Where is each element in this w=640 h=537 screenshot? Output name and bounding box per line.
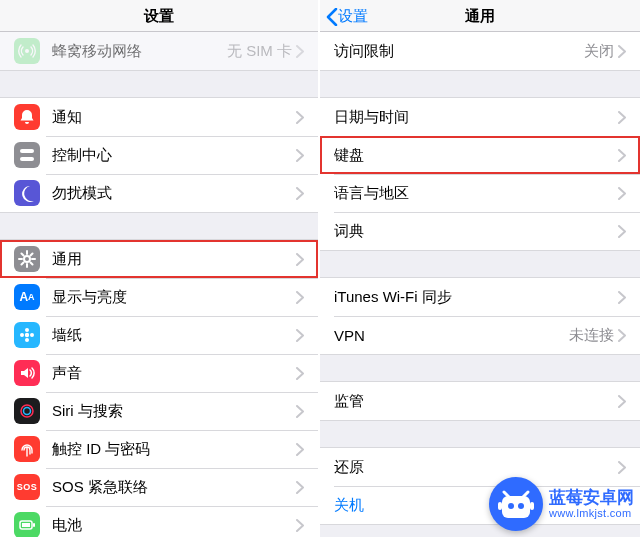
sound-icon bbox=[14, 360, 40, 386]
page-title: 设置 bbox=[0, 7, 318, 26]
row-dictionary[interactable]: 词典 bbox=[320, 212, 640, 250]
row-control-center[interactable]: 控制中心 bbox=[0, 136, 318, 174]
chevron-right-icon bbox=[296, 443, 304, 456]
row-label: 键盘 bbox=[334, 146, 618, 165]
row-label: 显示与亮度 bbox=[52, 288, 296, 307]
row-label: 勿扰模式 bbox=[52, 184, 296, 203]
row-label: 还原 bbox=[334, 458, 618, 477]
settings-group: 日期与时间键盘语言与地区词典 bbox=[320, 97, 640, 251]
chevron-right-icon bbox=[296, 111, 304, 124]
row-value: 关闭 bbox=[584, 42, 614, 61]
chevron-right-icon bbox=[618, 149, 626, 162]
row-sos[interactable]: SOSSOS 紧急联络 bbox=[0, 468, 318, 506]
row-restrictions[interactable]: 访问限制关闭 bbox=[320, 32, 640, 70]
row-general[interactable]: 通用 bbox=[0, 240, 318, 278]
row-cellular[interactable]: 蜂窝移动网络无 SIM 卡 bbox=[0, 32, 318, 70]
row-vpn[interactable]: VPN未连接 bbox=[320, 316, 640, 354]
row-label: 通用 bbox=[52, 250, 296, 269]
row-value: 未连接 bbox=[569, 326, 614, 345]
row-itunes-wifi[interactable]: iTunes Wi-Fi 同步 bbox=[320, 278, 640, 316]
chevron-right-icon bbox=[618, 187, 626, 200]
chevron-right-icon bbox=[296, 291, 304, 304]
chevron-right-icon bbox=[618, 461, 626, 474]
row-label: 通知 bbox=[52, 108, 296, 127]
row-language[interactable]: 语言与地区 bbox=[320, 174, 640, 212]
row-label: 声音 bbox=[52, 364, 296, 383]
row-siri[interactable]: Siri 与搜索 bbox=[0, 392, 318, 430]
row-wallpaper[interactable]: 墙纸 bbox=[0, 316, 318, 354]
row-dnd[interactable]: 勿扰模式 bbox=[0, 174, 318, 212]
chevron-right-icon bbox=[296, 149, 304, 162]
row-label: 监管 bbox=[334, 392, 618, 411]
toggles-icon bbox=[14, 142, 40, 168]
sos-icon: SOS bbox=[14, 474, 40, 500]
chevron-right-icon bbox=[296, 329, 304, 342]
row-label: Siri 与搜索 bbox=[52, 402, 296, 421]
battery-icon bbox=[14, 512, 40, 537]
row-value: 无 SIM 卡 bbox=[227, 42, 292, 61]
settings-group: 监管 bbox=[320, 381, 640, 421]
chevron-right-icon bbox=[296, 519, 304, 532]
row-datetime[interactable]: 日期与时间 bbox=[320, 98, 640, 136]
general-pane: 设置 通用 访问限制关闭日期与时间键盘语言与地区词典iTunes Wi-Fi 同… bbox=[320, 0, 640, 537]
chevron-right-icon bbox=[618, 111, 626, 124]
page-title: 通用 bbox=[320, 7, 640, 26]
row-label: 电池 bbox=[52, 516, 296, 535]
row-label: 访问限制 bbox=[334, 42, 584, 61]
watermark-name: 蓝莓安卓网 bbox=[549, 488, 634, 508]
row-label: iTunes Wi-Fi 同步 bbox=[334, 288, 618, 307]
row-touchid[interactable]: 触控 ID 与密码 bbox=[0, 430, 318, 468]
settings-group: 通知控制中心勿扰模式 bbox=[0, 97, 318, 213]
row-keyboard[interactable]: 键盘 bbox=[320, 136, 640, 174]
header: 设置 bbox=[0, 0, 318, 32]
row-label: 日期与时间 bbox=[334, 108, 618, 127]
row-label: 控制中心 bbox=[52, 146, 296, 165]
chevron-right-icon bbox=[618, 291, 626, 304]
settings-root-pane: 设置 蜂窝移动网络无 SIM 卡通知控制中心勿扰模式通用AA显示与亮度墙纸声音S… bbox=[0, 0, 320, 537]
moon-icon bbox=[14, 180, 40, 206]
chevron-right-icon bbox=[618, 45, 626, 58]
row-label: 墙纸 bbox=[52, 326, 296, 345]
chevron-right-icon bbox=[296, 367, 304, 380]
row-regulatory[interactable]: 监管 bbox=[320, 382, 640, 420]
row-label: SOS 紧急联络 bbox=[52, 478, 296, 497]
row-label: VPN bbox=[334, 327, 569, 344]
chevron-right-icon bbox=[618, 225, 626, 238]
gear-icon bbox=[14, 246, 40, 272]
row-label: 蜂窝移动网络 bbox=[52, 42, 227, 61]
svg-point-20 bbox=[24, 408, 31, 415]
chevron-right-icon bbox=[296, 481, 304, 494]
row-label: 词典 bbox=[334, 222, 618, 241]
watermark-logo bbox=[489, 477, 543, 531]
watermark-url: www.lmkjst.com bbox=[549, 507, 631, 520]
chevron-right-icon bbox=[296, 253, 304, 266]
settings-group: 访问限制关闭 bbox=[320, 32, 640, 71]
chevron-right-icon bbox=[618, 329, 626, 342]
settings-group: 通用AA显示与亮度墙纸声音Siri 与搜索触控 ID 与密码SOSSOS 紧急联… bbox=[0, 239, 318, 537]
siri-icon bbox=[14, 398, 40, 424]
row-label: 触控 ID 与密码 bbox=[52, 440, 296, 459]
display-icon: AA bbox=[14, 284, 40, 310]
bell-icon bbox=[14, 104, 40, 130]
row-display[interactable]: AA显示与亮度 bbox=[0, 278, 318, 316]
chevron-right-icon bbox=[296, 45, 304, 58]
row-sounds[interactable]: 声音 bbox=[0, 354, 318, 392]
settings-group: 蜂窝移动网络无 SIM 卡 bbox=[0, 32, 318, 71]
wallpaper-icon bbox=[14, 322, 40, 348]
chevron-right-icon bbox=[296, 187, 304, 200]
cellular-icon bbox=[14, 38, 40, 64]
chevron-right-icon bbox=[296, 405, 304, 418]
watermark: 蓝莓安卓网 www.lmkjst.com bbox=[489, 477, 634, 531]
settings-group: iTunes Wi-Fi 同步VPN未连接 bbox=[320, 277, 640, 355]
row-label: 语言与地区 bbox=[334, 184, 618, 203]
row-notifications[interactable]: 通知 bbox=[0, 98, 318, 136]
header: 设置 通用 bbox=[320, 0, 640, 32]
chevron-right-icon bbox=[618, 395, 626, 408]
row-battery[interactable]: 电池 bbox=[0, 506, 318, 537]
fingerprint-icon bbox=[14, 436, 40, 462]
